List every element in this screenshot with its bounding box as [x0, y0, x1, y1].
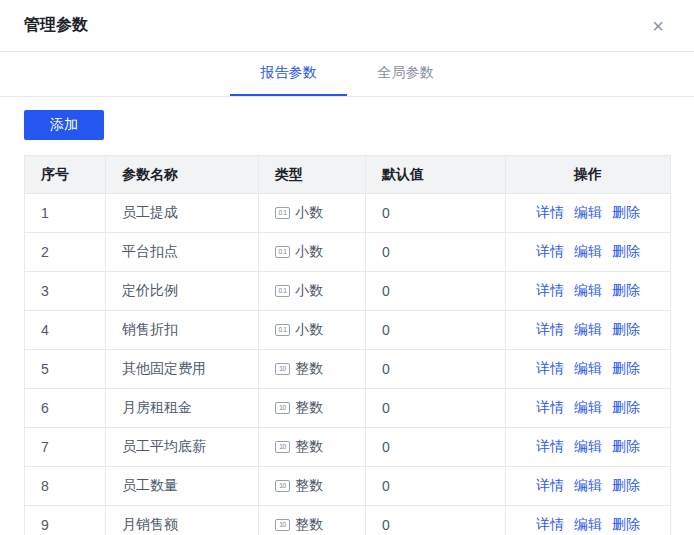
- table-header-row: 序号 参数名称 类型 默认值 操作: [25, 156, 671, 194]
- edit-link[interactable]: 编辑: [574, 438, 602, 454]
- detail-link[interactable]: 详情: [536, 360, 564, 376]
- cell-param-name: 平台扣点: [106, 233, 259, 272]
- cell-type: 10 整数: [259, 506, 366, 535]
- edit-link[interactable]: 编辑: [574, 360, 602, 376]
- cell-index: 1: [25, 194, 106, 233]
- cell-actions: 详情 编辑 删除: [506, 194, 671, 233]
- decimal-type-icon: 0.1: [275, 246, 290, 258]
- integer-type-icon: 10: [275, 519, 290, 531]
- cell-actions: 详情 编辑 删除: [506, 350, 671, 389]
- cell-type: 10 整数: [259, 467, 366, 506]
- table-row: 2 平台扣点 0.1 小数 0 详情 编辑 删除: [25, 233, 671, 272]
- cell-type: 0.1 小数: [259, 311, 366, 350]
- edit-link[interactable]: 编辑: [574, 399, 602, 415]
- dialog-title: 管理参数: [24, 15, 88, 36]
- detail-link[interactable]: 详情: [536, 204, 564, 220]
- cell-param-name: 月销售额: [106, 506, 259, 535]
- cell-index: 3: [25, 272, 106, 311]
- type-label: 整数: [295, 399, 323, 417]
- delete-link[interactable]: 删除: [612, 243, 640, 259]
- table-row: 3 定价比例 0.1 小数 0 详情 编辑 删除: [25, 272, 671, 311]
- parameters-table: 序号 参数名称 类型 默认值 操作 1 员工提成 0.1 小数 0 详情 编辑 …: [24, 155, 671, 535]
- detail-link[interactable]: 详情: [536, 282, 564, 298]
- tab-label: 全局参数: [378, 64, 434, 82]
- column-header-default: 默认值: [366, 156, 506, 194]
- cell-default-value: 0: [366, 428, 506, 467]
- detail-link[interactable]: 详情: [536, 321, 564, 337]
- delete-link[interactable]: 删除: [612, 321, 640, 337]
- table-row: 8 员工数量 10 整数 0 详情 编辑 删除: [25, 467, 671, 506]
- cell-actions: 详情 编辑 删除: [506, 233, 671, 272]
- edit-link[interactable]: 编辑: [574, 321, 602, 337]
- cell-actions: 详情 编辑 删除: [506, 311, 671, 350]
- table-row: 1 员工提成 0.1 小数 0 详情 编辑 删除: [25, 194, 671, 233]
- add-button[interactable]: 添加: [24, 110, 104, 140]
- detail-link[interactable]: 详情: [536, 243, 564, 259]
- cell-actions: 详情 编辑 删除: [506, 506, 671, 535]
- type-label: 小数: [295, 204, 323, 222]
- edit-link[interactable]: 编辑: [574, 516, 602, 532]
- delete-link[interactable]: 删除: [612, 399, 640, 415]
- edit-link[interactable]: 编辑: [574, 204, 602, 220]
- column-header-actions: 操作: [506, 156, 671, 194]
- delete-link[interactable]: 删除: [612, 204, 640, 220]
- cell-default-value: 0: [366, 506, 506, 535]
- cell-index: 5: [25, 350, 106, 389]
- cell-type: 0.1 小数: [259, 272, 366, 311]
- type-label: 小数: [295, 243, 323, 261]
- detail-link[interactable]: 详情: [536, 399, 564, 415]
- tab-global-params[interactable]: 全局参数: [347, 52, 464, 96]
- cell-actions: 详情 编辑 删除: [506, 467, 671, 506]
- integer-type-icon: 10: [275, 363, 290, 375]
- close-icon[interactable]: ×: [646, 14, 670, 38]
- detail-link[interactable]: 详情: [536, 438, 564, 454]
- integer-type-icon: 10: [275, 441, 290, 453]
- decimal-type-icon: 0.1: [275, 285, 290, 297]
- cell-param-name: 销售折扣: [106, 311, 259, 350]
- cell-default-value: 0: [366, 233, 506, 272]
- cell-index: 6: [25, 389, 106, 428]
- type-label: 整数: [295, 516, 323, 534]
- table-row: 7 员工平均底薪 10 整数 0 详情 编辑 删除: [25, 428, 671, 467]
- integer-type-icon: 10: [275, 480, 290, 492]
- cell-type: 0.1 小数: [259, 194, 366, 233]
- cell-default-value: 0: [366, 194, 506, 233]
- cell-default-value: 0: [366, 467, 506, 506]
- cell-type: 0.1 小数: [259, 233, 366, 272]
- manage-params-dialog: 管理参数 × 报告参数 全局参数 添加 序号 参数名称 类型 默认值 操作: [0, 0, 694, 535]
- column-header-type: 类型: [259, 156, 366, 194]
- edit-link[interactable]: 编辑: [574, 282, 602, 298]
- delete-link[interactable]: 删除: [612, 516, 640, 532]
- dialog-content: 添加 序号 参数名称 类型 默认值 操作 1 员工提成 0.1 小数: [0, 97, 694, 535]
- detail-link[interactable]: 详情: [536, 516, 564, 532]
- delete-link[interactable]: 删除: [612, 360, 640, 376]
- detail-link[interactable]: 详情: [536, 477, 564, 493]
- type-label: 整数: [295, 477, 323, 495]
- edit-link[interactable]: 编辑: [574, 477, 602, 493]
- delete-link[interactable]: 删除: [612, 282, 640, 298]
- tab-report-params[interactable]: 报告参数: [230, 52, 347, 96]
- cell-index: 4: [25, 311, 106, 350]
- cell-param-name: 员工提成: [106, 194, 259, 233]
- cell-param-name: 月房租租金: [106, 389, 259, 428]
- cell-index: 9: [25, 506, 106, 535]
- cell-type: 10 整数: [259, 389, 366, 428]
- integer-type-icon: 10: [275, 402, 290, 414]
- cell-param-name: 员工平均底薪: [106, 428, 259, 467]
- type-label: 整数: [295, 438, 323, 456]
- edit-link[interactable]: 编辑: [574, 243, 602, 259]
- table-row: 5 其他固定费用 10 整数 0 详情 编辑 删除: [25, 350, 671, 389]
- table-body: 1 员工提成 0.1 小数 0 详情 编辑 删除 2 平台扣点 0.1 小数 0…: [25, 194, 671, 535]
- type-label: 小数: [295, 321, 323, 339]
- table-row: 9 月销售额 10 整数 0 详情 编辑 删除: [25, 506, 671, 535]
- decimal-type-icon: 0.1: [275, 207, 290, 219]
- cell-index: 8: [25, 467, 106, 506]
- cell-index: 7: [25, 428, 106, 467]
- cell-default-value: 0: [366, 350, 506, 389]
- cell-type: 10 整数: [259, 428, 366, 467]
- type-label: 整数: [295, 360, 323, 378]
- delete-link[interactable]: 删除: [612, 438, 640, 454]
- dialog-header: 管理参数 ×: [0, 0, 694, 52]
- cell-index: 2: [25, 233, 106, 272]
- delete-link[interactable]: 删除: [612, 477, 640, 493]
